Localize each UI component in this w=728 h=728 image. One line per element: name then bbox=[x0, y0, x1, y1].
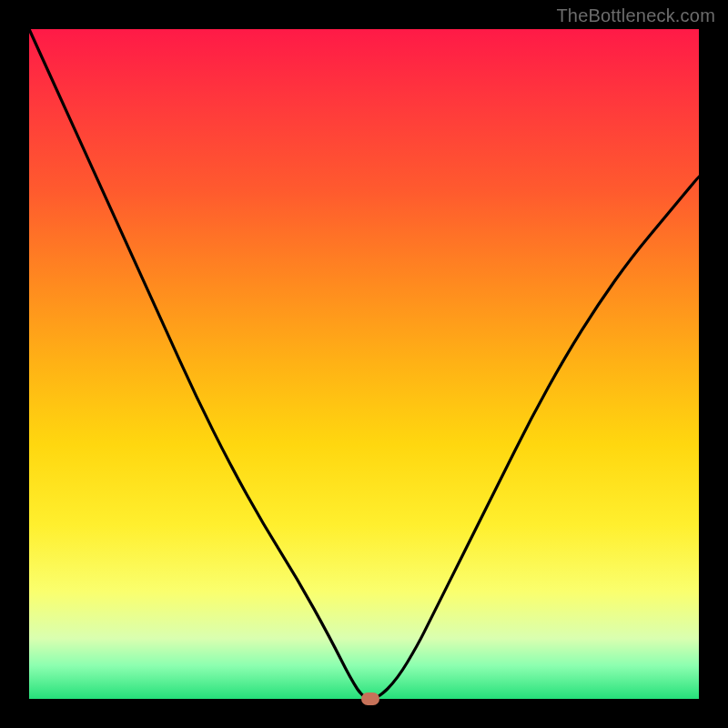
bottleneck-curve bbox=[29, 29, 699, 699]
chart-frame: TheBottleneck.com bbox=[0, 0, 728, 728]
credit-watermark: TheBottleneck.com bbox=[556, 5, 715, 26]
optimal-point-marker bbox=[361, 693, 379, 705]
plot-area bbox=[29, 29, 699, 699]
